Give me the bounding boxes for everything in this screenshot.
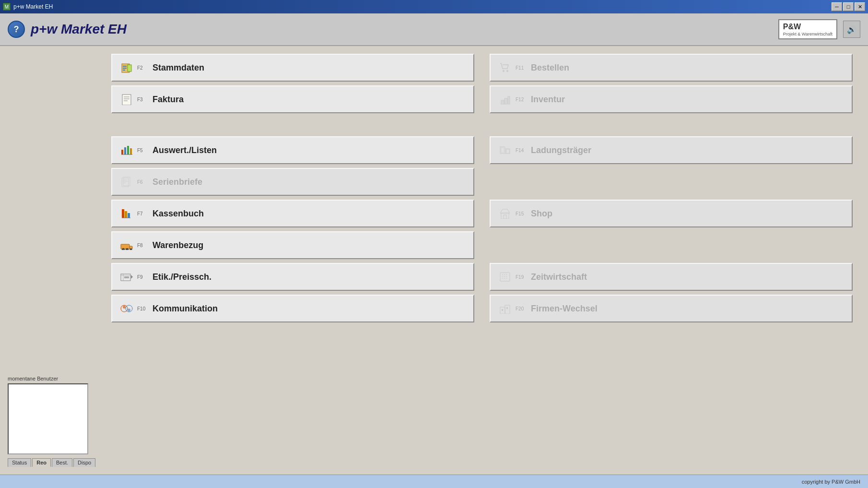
buttons-grid: F2 Stammdaten F11 Bestellen F3 Faktura F… <box>96 46 868 475</box>
etik-icon <box>120 272 133 282</box>
svg-rect-42 <box>124 276 129 278</box>
spacer-right-3 <box>490 231 853 247</box>
bestellen-fkey: F11 <box>516 65 527 71</box>
kommunikation-label: Kommunikation <box>152 304 218 314</box>
svg-rect-1 <box>123 66 127 67</box>
svg-rect-29 <box>125 211 127 218</box>
svg-rect-12 <box>504 98 507 104</box>
speaker-button[interactable]: 🔊 <box>843 21 860 38</box>
app-logo: P&W Projekt & Warenwirtschaft <box>778 19 837 39</box>
shop-icon <box>498 208 512 219</box>
etik-label: Etik./Preissch. <box>152 272 211 282</box>
tab-dispo[interactable]: Dispo <box>73 458 95 467</box>
svg-rect-30 <box>128 213 130 218</box>
logo-subtext: Projekt & Warenwirtschaft <box>783 32 833 36</box>
app-icon: M <box>3 3 11 11</box>
svg-point-56 <box>128 309 130 311</box>
stammdaten-button[interactable]: F2 Stammdaten <box>111 54 474 82</box>
svg-rect-28 <box>122 209 124 218</box>
svg-rect-33 <box>504 215 506 219</box>
svg-rect-59 <box>502 309 503 311</box>
bestellen-button[interactable]: F11 Bestellen <box>490 54 853 82</box>
auswert-icon <box>120 145 133 155</box>
maximize-button[interactable]: □ <box>843 2 854 11</box>
kassenbuch-fkey: F7 <box>137 211 149 216</box>
ladungstraeger-label: Ladungsträger <box>531 145 591 155</box>
sidebar-users-box <box>8 383 88 454</box>
header-left: ? p+w Market EH <box>8 21 127 38</box>
svg-rect-60 <box>506 307 508 309</box>
warenbezug-fkey: F8 <box>137 243 149 248</box>
svg-rect-20 <box>501 148 504 153</box>
svg-point-36 <box>122 249 125 250</box>
help-button[interactable]: ? <box>8 21 25 38</box>
warenbezug-icon <box>120 240 133 250</box>
shop-button[interactable]: F15 Shop <box>490 200 853 227</box>
faktura-icon <box>120 94 133 105</box>
kassenbuch-icon <box>120 208 133 219</box>
kommunikation-fkey: F10 <box>137 306 149 311</box>
kassenbuch-button[interactable]: F7 Kassenbuch <box>111 200 474 227</box>
warenbezug-button[interactable]: F8 Warenbezug <box>111 231 474 259</box>
inventur-label: Inventur <box>531 95 565 105</box>
ladungstraeger-button[interactable]: F14 Ladungsträger <box>490 136 853 164</box>
zeitwirtschaft-label: Zeitwirtschaft <box>531 272 587 282</box>
svg-rect-13 <box>508 96 510 104</box>
firmenwechsel-fkey: F20 <box>516 306 527 311</box>
svg-rect-34 <box>121 244 129 249</box>
shop-label: Shop <box>531 209 552 219</box>
faktura-label: Faktura <box>152 95 184 105</box>
serienbriefe-button[interactable]: F6 Serienbriefe <box>111 168 474 196</box>
svg-point-6 <box>506 70 508 72</box>
speaker-icon: 🔊 <box>847 25 856 34</box>
svg-rect-58 <box>505 305 510 314</box>
firmenwechsel-label: Firmen-Wechsel <box>531 304 598 314</box>
svg-rect-7 <box>122 95 131 105</box>
zeitwirtschaft-icon <box>498 272 512 282</box>
window-controls[interactable]: ─ □ ✕ <box>832 2 865 11</box>
faktura-fkey: F3 <box>137 97 149 102</box>
title-bar-left: M p+w Market EH <box>3 3 53 11</box>
sidebar-label: momentane Benutzer <box>8 376 88 381</box>
copyright-text: copyright by P&W GmbH <box>802 479 860 485</box>
firmenwechsel-button[interactable]: F20 Firmen-Wechsel <box>490 295 853 322</box>
stammdaten-label: Stammdaten <box>152 63 204 73</box>
svg-rect-16 <box>127 146 129 155</box>
serienbriefe-label: Serienbriefe <box>152 177 202 187</box>
warenbezug-label: Warenbezug <box>152 240 203 250</box>
ladungstraeger-fkey: F14 <box>516 148 527 153</box>
tab-status[interactable]: Status <box>8 458 31 467</box>
svg-rect-14 <box>121 150 123 155</box>
close-button[interactable]: ✕ <box>855 2 865 11</box>
zeitwirtschaft-fkey: F19 <box>516 274 527 280</box>
svg-point-38 <box>130 249 132 250</box>
help-icon: ? <box>14 24 19 35</box>
svg-point-5 <box>503 70 504 72</box>
title-bar-text: p+w Market EH <box>13 3 53 10</box>
kommunikation-button[interactable]: F10 Kommunikation <box>111 295 474 322</box>
etik-button[interactable]: F9 Etik./Preissch. <box>111 263 474 291</box>
svg-rect-2 <box>123 68 127 69</box>
auswert-fkey: F5 <box>137 148 149 153</box>
bestellen-label: Bestellen <box>531 63 569 73</box>
zeitwirtschaft-button[interactable]: F19 Zeitwirtschaft <box>490 263 853 291</box>
spacer-right-1 <box>490 117 853 132</box>
svg-rect-15 <box>124 147 126 155</box>
logo-text: P&W <box>783 22 833 31</box>
svg-rect-17 <box>130 148 132 155</box>
svg-rect-22 <box>506 149 509 153</box>
tab-reo[interactable]: Reo <box>32 458 51 467</box>
faktura-button[interactable]: F3 Faktura <box>111 85 474 113</box>
tab-best[interactable]: Best. <box>52 458 72 467</box>
auswert-button[interactable]: F5 Auswert./Listen <box>111 136 474 164</box>
stammdaten-icon <box>120 62 133 73</box>
firmenwechsel-icon <box>498 303 512 314</box>
minimize-button[interactable]: ─ <box>832 2 842 11</box>
kommunikation-icon <box>120 303 133 314</box>
svg-rect-4 <box>128 65 131 71</box>
svg-rect-23 <box>122 178 129 187</box>
sidebar-tabs[interactable]: Status Reo Best. Dispo <box>8 458 88 467</box>
inventur-icon <box>498 94 512 105</box>
spacer-right-2 <box>490 168 853 183</box>
inventur-button[interactable]: F12 Inventur <box>490 85 853 113</box>
